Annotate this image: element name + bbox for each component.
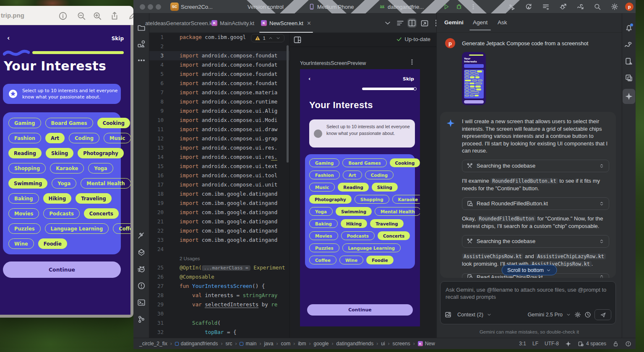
code-line-9[interactable]: 9import androidx.compose.ui.Alig <box>149 106 289 116</box>
editor-tab-mainactivity-kt[interactable]: KMainActivity.kt <box>211 13 254 33</box>
profile-button[interactable]: p <box>625 0 634 13</box>
editor-scrollbar[interactable] <box>287 45 289 163</box>
line-number[interactable]: 4 <box>149 60 169 70</box>
expand-collapse-icon[interactable] <box>599 274 605 278</box>
attached-screenshot-thumbnail[interactable]: Your Interests <box>462 52 486 105</box>
line-number[interactable]: 24 <box>149 245 169 254</box>
info-icon[interactable] <box>58 11 68 21</box>
line-number[interactable]: 6 <box>149 79 169 88</box>
model-selector[interactable]: Gemini 2.5 Pro <box>528 312 563 318</box>
code-line-32[interactable]: 32 topBar = { <box>149 328 289 337</box>
share-icon[interactable] <box>110 11 119 21</box>
build-hammer-icon[interactable] <box>137 231 146 240</box>
line-number[interactable]: 10 <box>149 116 169 125</box>
code-line-10[interactable]: 10import androidx.compose.ui.Modi <box>149 116 289 125</box>
line-number[interactable]: 29 <box>149 300 169 309</box>
tab-list-chevron-icon[interactable] <box>383 19 392 27</box>
code-line-11[interactable]: 11import androidx.compose.ui.draw <box>149 125 289 134</box>
line-number[interactable]: 21 <box>149 217 169 226</box>
encoding[interactable]: UTF-8 <box>545 341 559 347</box>
code-editor[interactable]: 1package com.ibm.googl23import androidx.… <box>149 33 289 338</box>
caret-position[interactable]: 3:1 <box>519 341 526 347</box>
tab-ask[interactable]: Ask <box>498 19 507 26</box>
line-number[interactable]: 17 <box>149 180 169 189</box>
tool-call-read-roundedfilledbutton-kt[interactable]: Read RoundedFilledButton.kt <box>462 197 609 210</box>
preview-window-titlebar[interactable]: trip.png <box>0 6 133 25</box>
breadcrumb-datingandfriends[interactable]: datingandfriends <box>175 341 218 347</box>
line-number[interactable]: 28 <box>149 291 169 300</box>
code-line-7[interactable]: 7import androidx.compose.materia <box>149 88 289 97</box>
gemini-settings-gear-icon[interactable] <box>574 311 581 318</box>
line-number[interactable]: 26 <box>149 272 169 282</box>
notifications-icon[interactable] <box>625 23 633 32</box>
line-number[interactable]: 7 <box>149 88 169 97</box>
code-line-19[interactable]: 19import com.ibm.google.datingand <box>149 199 289 208</box>
line-number[interactable]: 25 <box>149 263 169 272</box>
code-line-30[interactable]: 30 <box>149 309 289 318</box>
line-ending[interactable]: LF <box>532 341 538 347</box>
line-number[interactable]: 30 <box>149 309 169 318</box>
code-line-26[interactable]: 26@Composable <box>149 272 289 282</box>
attach-image-icon[interactable] <box>445 311 451 318</box>
code-line-21[interactable]: 21import com.ibm.google.datingand <box>149 217 289 226</box>
line-number[interactable]: 16 <box>149 171 169 180</box>
line-number[interactable]: 23 <box>149 236 169 245</box>
line-number[interactable]: 11 <box>149 125 169 134</box>
line-number[interactable]: 1 <box>149 33 169 42</box>
code-line-23[interactable]: 23import com.ibm.google.datingand <box>149 236 289 245</box>
search-everywhere-icon[interactable] <box>594 3 601 10</box>
code-line-31[interactable]: 31 Scaffold( <box>149 318 289 328</box>
layout-mode-icon[interactable] <box>293 36 302 44</box>
problems-icon[interactable] <box>137 282 146 290</box>
breadcrumb-datingandfriends[interactable]: datingandfriends <box>336 341 374 347</box>
more-run-options-button[interactable] <box>470 0 477 13</box>
expand-collapse-icon[interactable] <box>599 238 605 244</box>
expand-collapse-icon[interactable] <box>599 201 605 207</box>
tab-close-icon[interactable]: ✕ <box>307 20 311 26</box>
line-number[interactable]: 32 <box>149 328 169 337</box>
inspections-widget[interactable]: 1 <box>251 34 284 42</box>
line-number[interactable]: 5 <box>149 70 169 79</box>
gemini-star-icon[interactable] <box>623 89 635 104</box>
version-control-icon[interactable] <box>137 315 146 324</box>
breadcrumb-new[interactable]: KNew <box>418 341 435 347</box>
terminal-icon[interactable] <box>137 298 146 307</box>
history-clock-icon[interactable] <box>584 311 591 318</box>
window-minimize-button[interactable] <box>148 4 153 10</box>
send-button[interactable] <box>594 309 611 320</box>
line-number[interactable]: 13 <box>149 143 169 153</box>
code-line-27[interactable]: 27fun YourInterestsScreen() { <box>149 282 289 291</box>
ide-titlebar[interactable]: SC Screen2Co... Version control Medium P… <box>133 0 636 13</box>
run-button[interactable] <box>443 0 450 13</box>
preview-options-kebab-icon[interactable] <box>409 59 415 65</box>
code-line-12[interactable]: 12import androidx.compose.ui.grap <box>149 134 289 143</box>
code-line-28[interactable]: 28 val interests = stringArray <box>149 291 289 300</box>
line-number[interactable]: 22 <box>149 226 169 236</box>
window-close-button[interactable] <box>140 4 145 10</box>
tool-call-searching-the-codebase[interactable]: Searching the codebase <box>462 235 609 248</box>
sort-lines-icon[interactable] <box>396 19 404 27</box>
profiler-rerun-icon[interactable] <box>525 3 532 10</box>
breadcrumb-ui[interactable]: ui <box>381 341 385 347</box>
breadcrumb-com[interactable]: com <box>281 341 290 347</box>
gradle-icon[interactable] <box>625 40 633 49</box>
line-number[interactable]: 19 <box>149 199 169 208</box>
build-variants-icon[interactable] <box>625 74 633 82</box>
scroll-to-bottom-button[interactable]: Scroll to bottom <box>501 265 557 275</box>
zoom-out-icon[interactable] <box>77 11 86 21</box>
expand-collapse-icon[interactable] <box>599 163 605 169</box>
line-number[interactable]: 27 <box>149 282 169 291</box>
zoom-in-icon[interactable] <box>93 11 102 21</box>
editor-tab-newscreen-kt[interactable]: KNewScreen.kt✕ <box>261 13 311 33</box>
logcat-icon[interactable] <box>137 265 146 273</box>
split-editor-icon[interactable] <box>408 19 416 27</box>
line-number[interactable]: 2 <box>149 42 169 51</box>
markup-icon[interactable] <box>128 11 133 21</box>
line-number[interactable]: 8 <box>149 97 169 106</box>
context-selector[interactable]: Context (2) <box>457 312 483 318</box>
gradle-sync-icon[interactable] <box>576 3 584 10</box>
device-manager-icon[interactable] <box>625 57 633 65</box>
code-line-20[interactable]: 20import com.ibm.google.datingand <box>149 208 289 217</box>
prev-problem-icon[interactable] <box>268 36 273 41</box>
breadcrumb-main[interactable]: main <box>240 341 256 347</box>
